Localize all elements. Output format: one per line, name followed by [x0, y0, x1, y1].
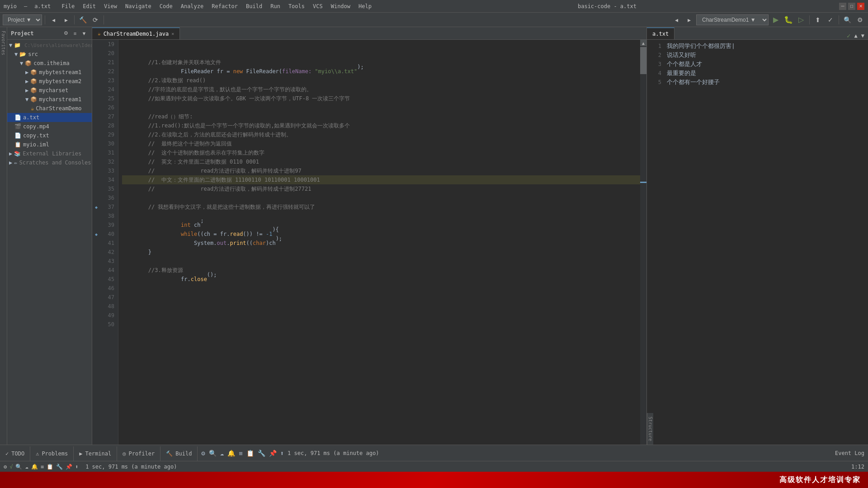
scroll-up-button[interactable]: ▲: [640, 40, 646, 46]
run-config-selector[interactable]: CharStreamDemo1 ▼: [696, 14, 769, 25]
tab-todo[interactable]: ✓ TODO: [0, 446, 30, 461]
maximize-button[interactable]: □: [848, 3, 855, 10]
menu-build[interactable]: Build: [242, 2, 266, 10]
vcs-commit-button[interactable]: ✓: [825, 14, 836, 25]
scroll-marker-highlight: [640, 182, 646, 183]
scroll-thumb[interactable]: [640, 47, 646, 74]
statusbar-icon-6[interactable]: ≡: [41, 464, 44, 470]
right-tab-atxt[interactable]: a.txt: [647, 28, 675, 39]
tree-item-myio-iml[interactable]: 📋 myio.iml: [7, 140, 92, 149]
toolbar-separator-2: [74, 15, 75, 24]
nav-right-button[interactable]: ▸: [684, 14, 694, 25]
status-icon-8[interactable]: 📌: [269, 450, 277, 457]
sync-button[interactable]: ⟳: [90, 14, 101, 25]
tree-label-mybytestream1: mybytestream1: [39, 69, 81, 75]
code-editor[interactable]: ◆ ◆ 19 20: [92, 40, 646, 445]
expand-icon: ▶: [25, 78, 28, 84]
code-content[interactable]: //1.创建对象并关联本地文件 FileReader fr = new File…: [118, 40, 640, 445]
editor-scrollbar[interactable]: ▲: [640, 40, 646, 445]
tree-item-src[interactable]: ▼ 📂 src: [7, 50, 92, 59]
tree-item-scratches[interactable]: ▶ ✏ Scratches and Consoles: [7, 158, 92, 167]
menu-tools[interactable]: Tools: [285, 2, 308, 10]
menu-help[interactable]: Help: [355, 2, 375, 10]
tab-charstream-demo1[interactable]: ☕ CharStreamDemo1.java ✕: [92, 28, 180, 39]
statusbar-icon-1[interactable]: ⚙: [4, 464, 7, 470]
statusbar-icon-7[interactable]: 📋: [47, 464, 53, 470]
panel-settings-button[interactable]: ▼: [80, 29, 88, 38]
tree-item-mybytestream2[interactable]: ▶ 📦 mybytestream2: [7, 77, 92, 86]
text-content-5: 个个都有一个好腰子: [667, 78, 720, 87]
run-button[interactable]: ▶: [770, 14, 781, 25]
scroll-down-right[interactable]: ▼: [861, 33, 864, 39]
menu-navigate[interactable]: Navigate: [122, 2, 155, 10]
scroll-up-right[interactable]: ▲: [854, 33, 858, 39]
status-icon-9[interactable]: ⬆: [280, 450, 284, 457]
statusbar-icon-2[interactable]: √: [9, 464, 13, 470]
tree-item-atxt[interactable]: 📄 a.txt: [7, 113, 92, 122]
menu-analyze[interactable]: Analyze: [177, 2, 208, 10]
statusbar-icon-4[interactable]: ☁: [25, 464, 28, 470]
status-icon-3[interactable]: ☁: [220, 450, 224, 457]
gutter-line-20: [92, 49, 100, 58]
menu-window[interactable]: Window: [327, 2, 354, 10]
status-icon-1[interactable]: ⚙: [201, 450, 205, 457]
structure-strip[interactable]: Structure: [648, 415, 653, 443]
statusbar-icon-9[interactable]: 📌: [66, 464, 72, 470]
toolbar-separator-4: [809, 15, 810, 24]
tab-problems[interactable]: ⚠ Problems: [30, 446, 74, 461]
menu-edit[interactable]: Edit: [79, 2, 99, 10]
right-content[interactable]: 1 我的同学们个个都很厉害 2 说话又好听 3 个个都是人才 4 最重要的是 5…: [647, 40, 868, 413]
gear-icon[interactable]: ⚙: [62, 29, 70, 38]
line-num-37: 37: [100, 202, 118, 211]
collapse-all-button[interactable]: ≡: [71, 29, 79, 38]
search-everywhere-button[interactable]: 🔍: [842, 14, 853, 25]
code-line-40: while((ch = fr.read()) != -1){: [122, 230, 640, 239]
tree-item-mycharset[interactable]: ▶ 📦 mycharset: [7, 86, 92, 95]
project-selector[interactable]: Project ▼: [3, 14, 42, 25]
tree-item-external-libs[interactable]: ▶ 📚 External Libraries: [7, 149, 92, 158]
coverage-button[interactable]: ▷: [796, 14, 807, 25]
tree-item-myio[interactable]: ▼ 📁 myio C:\Users\alienware\IdeaP: [7, 41, 92, 50]
menu-vcs[interactable]: VCS: [309, 2, 326, 10]
menu-refactor[interactable]: Refactor: [208, 2, 241, 10]
menu-code[interactable]: Code: [156, 2, 176, 10]
close-button[interactable]: ✕: [857, 3, 864, 10]
editor-area: ☕ CharStreamDemo1.java ✕: [92, 27, 646, 445]
tree-item-mycharstream1[interactable]: ▼ 📦 mycharstream1: [7, 95, 92, 104]
back-button[interactable]: ◂: [48, 14, 59, 25]
forward-button[interactable]: ▸: [61, 14, 71, 25]
statusbar-icon-10[interactable]: ⬆: [75, 464, 78, 470]
menu-file[interactable]: File: [58, 2, 78, 10]
vcs-update-button[interactable]: ⬆: [812, 14, 823, 25]
statusbar-icon-5[interactable]: 🔔: [31, 464, 38, 470]
tree-item-copy-txt[interactable]: 📄 copy.txt: [7, 131, 92, 140]
tree-item-mybytestream1[interactable]: ▶ 📦 mybytestream1: [7, 68, 92, 77]
statusbar-icon-3[interactable]: 🔍: [15, 464, 22, 470]
tab-build[interactable]: 🔨 Build: [160, 446, 198, 461]
status-icon-2[interactable]: 🔍: [209, 450, 217, 457]
statusbar-icon-8[interactable]: 🔧: [56, 464, 63, 470]
menu-view[interactable]: View: [100, 2, 121, 10]
debug-button[interactable]: 🐛: [783, 14, 794, 25]
gutter-line-39: [92, 221, 100, 230]
build-button[interactable]: 🔨: [77, 14, 88, 25]
settings-button[interactable]: ⚙: [854, 14, 865, 25]
status-icon-4[interactable]: 🔔: [227, 450, 235, 457]
window-title: basic-code - a.txt: [375, 3, 839, 9]
tree-item-char-stream-demo[interactable]: ☕ CharStreamDemo: [7, 104, 92, 113]
menu-run[interactable]: Run: [267, 2, 284, 10]
status-icon-7[interactable]: 🔧: [258, 450, 265, 457]
tab-profiler[interactable]: ◎ Profiler: [117, 446, 160, 461]
tab-terminal[interactable]: ▶ Terminal: [74, 446, 117, 461]
check-icon: ✓: [847, 32, 850, 39]
nav-left-button[interactable]: ◂: [671, 14, 682, 25]
gutter-line-31: [92, 148, 100, 157]
minimize-button[interactable]: ─: [839, 3, 846, 10]
tree-item-com-itheima[interactable]: ▼ 📦 com.itheima: [7, 59, 92, 68]
tree-item-copy-mp4[interactable]: 🎬 copy.mp4: [7, 122, 92, 131]
event-log-link[interactable]: Event Log: [835, 450, 864, 456]
status-icon-6[interactable]: 📋: [246, 450, 254, 457]
favorites-strip[interactable]: Favorites: [1, 29, 6, 57]
status-icon-5[interactable]: ≡: [239, 450, 242, 457]
tab-close-button[interactable]: ✕: [171, 31, 174, 36]
